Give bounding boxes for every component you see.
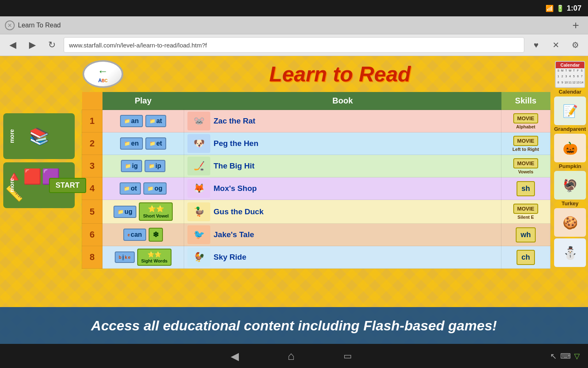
chevron-down-icon: ▽ (574, 352, 580, 360)
word-tile-en[interactable]: 📁en (120, 137, 143, 150)
sidebar-label-grandparent: Grandparent (554, 126, 586, 132)
word-tile-at[interactable]: 📁at (145, 115, 166, 127)
status-icons: 📶 🔋 1:07 (546, 4, 581, 13)
book-cell-1[interactable]: 🐭 Zac the Rat (184, 110, 501, 132)
stop-button[interactable]: ✕ (548, 37, 564, 53)
forward-button[interactable]: ▶ (24, 37, 40, 53)
ltr-table: Play Book Skills 1 📁an 📁at (82, 92, 550, 269)
book-thumb-1: 🐭 (187, 112, 210, 130)
book-thumb-4: 🦊 (187, 179, 210, 198)
table-row: 6 ecan ❄ 🐦 Jake's Tale (82, 224, 550, 246)
book-title-8: Sky Ride (214, 253, 246, 262)
url-bar[interactable]: www.starfall.com/n/level-a/learn-to-read… (64, 37, 524, 53)
calendar-icon: Calendar SMT WTFS 123 4567 8910 11121314 (555, 61, 585, 88)
back-abc-button[interactable]: ← ABC (82, 60, 123, 88)
book-cell-4[interactable]: 🦊 Mox's Shop (184, 177, 501, 200)
skill-tile-wh[interactable]: wh (516, 227, 536, 242)
word-tile-ig[interactable]: 📁ig (121, 160, 142, 172)
book-cell-6[interactable]: 🐦 Jake's Tale (184, 224, 501, 246)
bottom-bar: ◀ ⌂ ▭ ↖ ⌨ ▽ (0, 344, 588, 368)
more-label-2: more (9, 178, 15, 192)
cursor-icon: ↖ (550, 352, 557, 361)
android-nav: ◀ ⌂ ▭ (33, 350, 550, 363)
table-row: 4 📁ot 📁og 🦊 Mox's Shop (82, 177, 550, 200)
cursor-button[interactable]: ↖ (550, 351, 557, 361)
book-title-2: Peg the Hen (214, 139, 258, 148)
status-time: 1:07 (567, 4, 581, 13)
android-home-button[interactable]: ⌂ (288, 350, 295, 363)
new-tab-button[interactable]: + (568, 18, 583, 33)
settings-button[interactable]: ⚙ (568, 37, 583, 53)
word-tile-an[interactable]: 📁an (120, 115, 143, 127)
table-row: 5 📁ug ⭐⭐ Short Vowel 🦆 (82, 200, 550, 224)
sidebar-item-grandparent[interactable]: 📝 Grandparent (553, 96, 587, 132)
sight-words-tile[interactable]: ⭐⭐ Sight Words (137, 249, 172, 266)
stop-icon: ✕ (552, 40, 559, 50)
play-cell-8: bike ⭐⭐ Sight Words (102, 246, 184, 269)
word-tile-ug[interactable]: 📁ug (114, 206, 137, 218)
skills-cell-8: ch (501, 246, 550, 269)
sidebar-item-turkey[interactable]: 🦃 Turkey (553, 171, 587, 206)
heart-icon: ♥ (534, 40, 539, 50)
word-tile-og[interactable]: 📁og (143, 182, 167, 195)
forward-icon: ▶ (29, 40, 36, 50)
ltr-table-container: Play Book Skills 1 📁an 📁at (82, 92, 550, 307)
sidebar-item-gingerbread[interactable]: 🍪 (553, 208, 587, 237)
home-icon: ⌂ (288, 350, 295, 363)
snow-tile[interactable]: ❄ (149, 228, 163, 242)
url-text: www.starfall.com/n/level-a/learn-to-read… (69, 42, 207, 49)
movie-btn-1[interactable]: MOVIE Alphabet (503, 113, 548, 129)
short-vowel-tile[interactable]: ⭐⭐ Short Vowel (139, 202, 173, 221)
menu-arrow-button[interactable]: ▽ (574, 352, 580, 361)
book-thumb-5: 🦆 (187, 202, 210, 221)
keyboard-button[interactable]: ⌨ (560, 352, 571, 361)
skill-tile-ch[interactable]: ch (517, 250, 535, 265)
book-title-4: Mox's Shop (214, 184, 257, 193)
word-tile-ot[interactable]: 📁ot (120, 182, 141, 195)
play-cell-4: 📁ot 📁og (102, 177, 184, 200)
sidebar-item-calendar[interactable]: Calendar SMT WTFS 123 4567 8910 11121314… (553, 61, 587, 95)
more-panel-1[interactable]: 📚 more (3, 113, 75, 159)
word-tile-bike[interactable]: bike (115, 251, 135, 263)
col-header-skills: Skills (501, 92, 550, 110)
back-button[interactable]: ◀ (5, 37, 20, 53)
skills-cell-2: MOVIE Left to Right (501, 132, 550, 155)
tab-title: Learn To Read (18, 22, 568, 29)
book-title-6: Jake's Tale (214, 230, 254, 239)
book-cell-2[interactable]: 🐶 Peg the Hen (184, 132, 501, 155)
col-header-book: Book (184, 92, 501, 110)
refresh-button[interactable]: ↻ (44, 37, 60, 53)
skill-tile-sh[interactable]: sh (517, 181, 535, 196)
book-cell-8[interactable]: 🐓 Sky Ride (184, 246, 501, 269)
back-arrow-icon: ◀ (231, 350, 239, 363)
android-recent-button[interactable]: ▭ (343, 351, 352, 361)
word-tile-ip[interactable]: 📁ip (145, 160, 165, 172)
favorite-button[interactable]: ♥ (528, 37, 544, 53)
android-back-button[interactable]: ◀ (231, 350, 239, 363)
movie-btn-2[interactable]: MOVIE Left to Right (503, 136, 548, 152)
book-cell-5[interactable]: 🦆 Gus the Duck (184, 200, 501, 224)
gingerbread-icon: 🍪 (554, 208, 586, 237)
row-number-6: 6 (82, 224, 102, 246)
movie-btn-5[interactable]: MOVIE Silent E (503, 204, 548, 220)
book-title-5: Gus the Duck (214, 207, 263, 216)
close-tab-button[interactable]: ✕ (5, 20, 15, 30)
browser-chrome: ✕ Learn To Read + ◀ ▶ ↻ www.starfall.com… (0, 16, 588, 56)
row-number-5: 5 (82, 200, 102, 224)
ltr-header: Learn to Read (131, 62, 549, 86)
table-row: 2 📁en 📁et 🐶 Peg the Hen (82, 132, 550, 155)
play-cell-3: 📁ig 📁ip (102, 155, 184, 177)
more-icon-1: 📚 (29, 127, 49, 146)
promo-text: Access all educational content including… (91, 318, 497, 334)
sidebar-item-pumpkin[interactable]: 🎃 Pumpkin (553, 134, 587, 169)
book-cell-3[interactable]: 🏒 The Big Hit (184, 155, 501, 177)
sidebar-item-snowman[interactable]: ⛄ (553, 238, 587, 267)
skills-cell-5: MOVIE Silent E (501, 200, 550, 224)
wifi-icon: 📶 (546, 4, 554, 12)
word-tile-can[interactable]: ecan (123, 229, 146, 241)
sidebar-label-pumpkin: Pumpkin (559, 163, 581, 169)
word-tile-et[interactable]: 📁et (145, 137, 166, 150)
movie-btn-3[interactable]: MOVIE Vowels (503, 158, 548, 174)
row-number-3: 3 (82, 155, 102, 177)
turkey-icon: 🦃 (554, 171, 586, 200)
